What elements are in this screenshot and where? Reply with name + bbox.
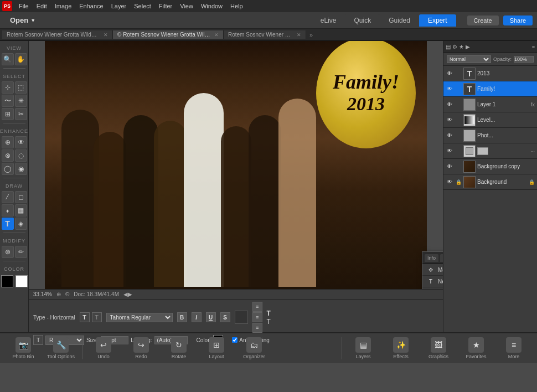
- italic-button[interactable]: I: [192, 312, 202, 322]
- spot-heal-tool[interactable]: ⊕: [2, 136, 14, 148]
- layer-eye-2013[interactable]: 👁: [446, 70, 453, 78]
- tab-2[interactable]: Rotem Sosnov Wiener Gro... ✕: [224, 30, 306, 39]
- undo-tool[interactable]: ↩ Undo: [85, 335, 122, 362]
- menu-help[interactable]: Help: [227, 2, 246, 11]
- tab-elive[interactable]: eLive: [312, 14, 345, 27]
- tab-expert[interactable]: Expert: [419, 14, 456, 27]
- align-left-button[interactable]: ≡: [252, 302, 262, 312]
- layer-row-shape[interactable]: 👁 ···: [443, 143, 537, 159]
- layer-row-family[interactable]: 👁 T Family!: [443, 81, 537, 97]
- layer-row-bg[interactable]: 👁 🔒 Background 🔒: [443, 174, 537, 190]
- tab-guided[interactable]: Guided: [380, 14, 419, 27]
- tab-0[interactable]: Rotem Sosnov Wiener Grotta Wildman famil…: [2, 30, 113, 39]
- menu-layer[interactable]: Layer: [108, 2, 130, 11]
- layer-row-bgcopy[interactable]: 👁 Background copy: [443, 159, 537, 174]
- background-color[interactable]: [16, 275, 28, 287]
- marquee-tool[interactable]: ⬚: [15, 81, 27, 94]
- panel-icon-layers[interactable]: ▤: [446, 44, 451, 50]
- share-button[interactable]: Share: [503, 16, 533, 25]
- photo-bin-tool[interactable]: 📷 Photo Bin: [4, 335, 42, 362]
- layer-row-photo[interactable]: 👁 Phot...: [443, 128, 537, 143]
- organizer-tool[interactable]: 🗂 Organizer: [235, 335, 273, 362]
- hand-tool[interactable]: ✋: [15, 53, 27, 65]
- type-warp-btn[interactable]: T: [267, 310, 271, 317]
- type-tool[interactable]: T: [2, 218, 14, 230]
- favorites-tool[interactable]: ★ Favorites: [457, 335, 495, 362]
- magic-select-tool[interactable]: ✳: [15, 95, 27, 107]
- underline-button[interactable]: U: [206, 312, 216, 322]
- tab-close-2[interactable]: ✕: [297, 32, 301, 38]
- align-center-button[interactable]: ≡: [252, 312, 262, 322]
- zoom-tool[interactable]: 🔍: [2, 53, 14, 65]
- menu-filter[interactable]: Filter: [156, 2, 175, 11]
- layer-row-2013[interactable]: 👁 T 2013: [443, 66, 537, 81]
- layer-row-level[interactable]: 👁 Level...: [443, 112, 537, 128]
- strikethrough-button[interactable]: S: [220, 312, 230, 322]
- menu-image[interactable]: Image: [51, 2, 75, 11]
- align-right-button[interactable]: ≡: [252, 323, 262, 333]
- brush-tool[interactable]: ∕: [2, 191, 14, 203]
- create-button[interactable]: Create: [467, 16, 499, 25]
- tab-1[interactable]: © Rotem Sosnov Wiener Grotta Wildman fam…: [113, 30, 224, 39]
- layer-eye-shape[interactable]: 👁: [446, 147, 453, 155]
- panel-tab-info[interactable]: Info: [425, 254, 438, 262]
- layers-tool[interactable]: ▤ Layers: [344, 335, 382, 362]
- gradient-tool[interactable]: ▦: [15, 204, 27, 216]
- history-item-1[interactable]: T New Type Layer: [422, 276, 443, 287]
- font-select[interactable]: Tahoma Regular: [106, 313, 173, 322]
- layer-eye-level[interactable]: 👁: [446, 116, 453, 124]
- menu-file[interactable]: File: [16, 2, 32, 11]
- redo-tool[interactable]: ↪ Redo: [122, 335, 160, 362]
- blur-tool[interactable]: ◌: [15, 149, 27, 162]
- layer-eye-bg[interactable]: 👁: [446, 178, 453, 186]
- smart-brush-tool[interactable]: ⊛: [2, 246, 14, 258]
- blend-mode-select[interactable]: Normal: [447, 55, 491, 63]
- crop-tool[interactable]: ⊞: [2, 108, 14, 120]
- panel-menu-btn[interactable]: ≡: [532, 44, 535, 50]
- panel-icon-actions[interactable]: ▶: [466, 44, 470, 50]
- eye-tool[interactable]: 👁: [15, 136, 27, 148]
- tab-close-1[interactable]: ✕: [214, 32, 219, 38]
- clone-tool[interactable]: ⊗: [2, 149, 14, 162]
- menu-edit[interactable]: Edit: [33, 2, 50, 11]
- layer-eye-family[interactable]: 👁: [446, 85, 453, 93]
- tab-overflow[interactable]: »: [306, 30, 316, 39]
- menu-enhance[interactable]: Enhance: [76, 2, 106, 11]
- type-icon-btn[interactable]: T: [80, 312, 90, 322]
- opacity-input[interactable]: [514, 56, 534, 63]
- layout-tool[interactable]: ⊞ Layout: [198, 335, 235, 362]
- type-mask-btn[interactable]: T: [92, 312, 102, 322]
- cookie-cutter[interactable]: ✂: [15, 108, 27, 120]
- menu-select[interactable]: Select: [131, 2, 154, 11]
- panel-drag-handle[interactable]: Info Navi History Histo Color Actio: [425, 254, 443, 262]
- sponge-tool[interactable]: ◉: [15, 163, 27, 175]
- tab-quick[interactable]: Quick: [345, 14, 380, 27]
- tool-options-tool[interactable]: 🔧 Tool Options: [42, 335, 80, 362]
- graphics-tool[interactable]: 🖼 Graphics: [420, 335, 457, 362]
- rotate-tool[interactable]: ↻ Rotate: [160, 335, 198, 362]
- move-tool[interactable]: ⊹: [2, 81, 14, 94]
- eraser-tool[interactable]: ◻: [15, 191, 27, 203]
- paint-tool[interactable]: ◈: [15, 218, 27, 230]
- layer-lock-bg[interactable]: 🔒: [455, 179, 462, 185]
- bold-button[interactable]: B: [177, 312, 187, 322]
- menu-view[interactable]: View: [177, 2, 197, 11]
- dodge-tool[interactable]: ◯: [2, 163, 14, 175]
- more-tool[interactable]: ≡ More: [495, 335, 533, 362]
- paint-bucket-tool[interactable]: ⬧: [2, 204, 14, 216]
- menu-window[interactable]: Window: [198, 2, 226, 11]
- effects-tool[interactable]: ✨ Effects: [382, 335, 420, 362]
- open-button[interactable]: Open ▼: [4, 14, 41, 27]
- panel-icon-styles[interactable]: ★: [459, 44, 464, 50]
- type-orient-btn[interactable]: T: [267, 318, 271, 326]
- history-item-2[interactable]: ✥ Move: [422, 287, 443, 289]
- layer-row-layer1[interactable]: 👁 Layer 1 fx: [443, 97, 537, 112]
- panel-tab-navi[interactable]: Navi: [440, 254, 443, 262]
- tab-close-0[interactable]: ✕: [104, 32, 108, 38]
- canvas-area[interactable]: Family! 2013 Info Navi History Histo Col…: [29, 41, 443, 289]
- layer-eye-photo[interactable]: 👁: [446, 132, 453, 140]
- lasso-tool[interactable]: 〜: [2, 95, 14, 107]
- layer-eye-bgcopy[interactable]: 👁: [446, 163, 453, 171]
- history-item-0[interactable]: ✥ Move: [422, 264, 443, 276]
- layer-eye-layer1[interactable]: 👁: [446, 101, 453, 109]
